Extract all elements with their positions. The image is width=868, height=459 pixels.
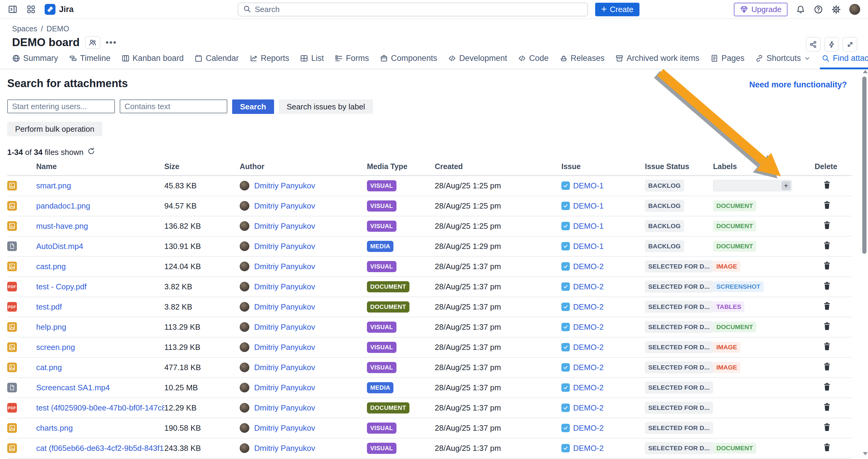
delete-attachment-button[interactable] [815,402,832,413]
upgrade-button[interactable]: Upgrade [734,3,787,16]
board-more-actions-button[interactable]: ••• [105,37,117,47]
tab-shortcuts[interactable]: Shortcuts [755,53,811,69]
tab-components[interactable]: Components [380,53,437,69]
text-filter-input[interactable] [120,99,227,113]
author-link[interactable]: Dmitriy Panyukov [254,262,315,271]
tab-archived-work-items[interactable]: Archived work items [615,53,700,69]
issue-link[interactable]: DEMO-2 [573,444,603,453]
delete-attachment-button[interactable] [815,442,832,453]
issue-link[interactable]: DEMO-2 [573,323,603,332]
file-name-link[interactable]: cast.png [36,262,66,271]
tab-code[interactable]: Code [518,53,549,69]
issue-link[interactable]: DEMO-2 [573,403,603,413]
notifications-bell-icon[interactable] [796,5,805,14]
need-more-functionality-link[interactable]: Need more functionality? [749,80,847,90]
collapse-sidebar-icon[interactable] [8,4,18,14]
label-chip[interactable]: SCREENSHOT [713,281,764,292]
board-members-button[interactable] [85,36,100,49]
file-name-link[interactable]: cat.png [36,363,62,372]
scrollbar-thumb[interactable] [862,76,867,254]
create-button[interactable]: + Create [595,3,640,16]
label-chip[interactable]: IMAGE [713,261,741,272]
label-chip[interactable]: DOCUMENT [713,322,756,332]
issue-link[interactable]: DEMO-1 [573,242,603,251]
author-link[interactable]: Dmitriy Panyukov [254,201,315,211]
author-link[interactable]: Dmitriy Panyukov [254,242,315,251]
search-by-label-button[interactable]: Search issues by label [279,99,373,114]
issue-link[interactable]: DEMO-1 [573,222,603,231]
help-icon[interactable] [814,5,823,14]
share-button[interactable] [806,37,820,52]
file-name-link[interactable]: must-have.png [36,222,88,231]
file-name-link[interactable]: test - Copy.pdf [36,282,87,291]
delete-attachment-button[interactable] [815,261,832,271]
label-chip[interactable]: IMAGE [713,342,741,353]
file-name-link[interactable]: test.pdf [36,302,62,311]
tab-list[interactable]: List [300,53,324,69]
label-input[interactable]: + [713,180,792,191]
author-link[interactable]: Dmitriy Panyukov [254,423,315,433]
issue-link[interactable]: DEMO-2 [573,262,603,271]
app-switcher-icon[interactable] [27,5,36,14]
delete-attachment-button[interactable] [815,200,832,211]
file-name-link[interactable]: help.png [36,323,66,331]
file-name-link[interactable]: Screencast SA1.mp4 [36,383,110,392]
tab-pages[interactable]: Pages [710,53,745,69]
file-name-link[interactable]: cat (f065eb66-de63-4cf2-9b5d-843f1b9e... [36,444,164,453]
search-button[interactable]: Search [232,99,274,114]
fullscreen-button[interactable] [843,37,857,52]
file-name-link[interactable]: screen.png [36,343,75,352]
issue-link[interactable]: DEMO-2 [573,363,603,372]
issue-link[interactable]: DEMO-2 [573,423,603,433]
file-name-link[interactable]: smart.png [36,181,71,190]
tab-kanban-board[interactable]: Kanban board [122,53,184,69]
delete-attachment-button[interactable] [815,220,832,231]
breadcrumb-spaces-link[interactable]: Spaces [12,24,37,33]
label-chip[interactable]: IMAGE [713,362,741,373]
bulk-operation-button[interactable]: Perform bulk operation [7,122,102,136]
global-search-input[interactable]: Search [238,3,588,16]
delete-attachment-button[interactable] [815,180,832,191]
delete-attachment-button[interactable] [815,362,832,372]
author-link[interactable]: Dmitriy Panyukov [254,444,315,453]
users-filter-input[interactable] [7,99,115,113]
delete-attachment-button[interactable] [815,422,832,433]
file-name-link[interactable]: charts.png [36,423,73,432]
author-link[interactable]: Dmitriy Panyukov [254,403,315,413]
author-link[interactable]: Dmitriy Panyukov [254,282,315,291]
tab-timeline[interactable]: Timeline [69,53,111,69]
settings-gear-icon[interactable] [832,5,841,14]
author-link[interactable]: Dmitriy Panyukov [254,363,315,372]
author-link[interactable]: Dmitriy Panyukov [254,323,315,332]
tab-development[interactable]: Development [448,53,507,69]
refresh-icon[interactable] [87,147,95,157]
automation-button[interactable] [824,37,839,52]
author-link[interactable]: Dmitriy Panyukov [254,222,315,231]
issue-link[interactable]: DEMO-1 [573,201,603,211]
add-label-button[interactable]: + [781,181,790,190]
tab-releases[interactable]: Releases [560,53,605,69]
label-chip[interactable]: DOCUMENT [713,443,756,454]
issue-link[interactable]: DEMO-1 [573,181,603,191]
file-name-link[interactable]: pandadoc1.png [36,201,90,210]
scrollbar-up-arrow[interactable] [863,70,868,73]
tab-find-attachments[interactable]: Find attachments [822,53,868,69]
issue-link[interactable]: DEMO-2 [573,282,603,291]
user-avatar[interactable] [849,4,860,15]
issue-link[interactable]: DEMO-2 [573,383,603,392]
label-chip[interactable]: DOCUMENT [713,221,756,231]
author-link[interactable]: Dmitriy Panyukov [254,343,315,352]
delete-attachment-button[interactable] [815,281,832,291]
author-link[interactable]: Dmitriy Panyukov [254,383,315,392]
delete-attachment-button[interactable] [815,341,832,352]
issue-link[interactable]: DEMO-2 [573,302,603,312]
delete-attachment-button[interactable] [815,382,832,392]
delete-attachment-button[interactable] [815,301,832,312]
delete-attachment-button[interactable] [815,321,832,332]
label-chip[interactable]: DOCUMENT [713,241,756,252]
label-chip[interactable]: TABLES [713,301,744,312]
author-link[interactable]: Dmitriy Panyukov [254,181,315,191]
tab-forms[interactable]: Forms [335,53,369,69]
file-name-link[interactable]: test (4f025909-b0ee-47b0-bf0f-147c8afd..… [36,403,164,412]
breadcrumb-project-link[interactable]: DEMO [46,24,69,33]
